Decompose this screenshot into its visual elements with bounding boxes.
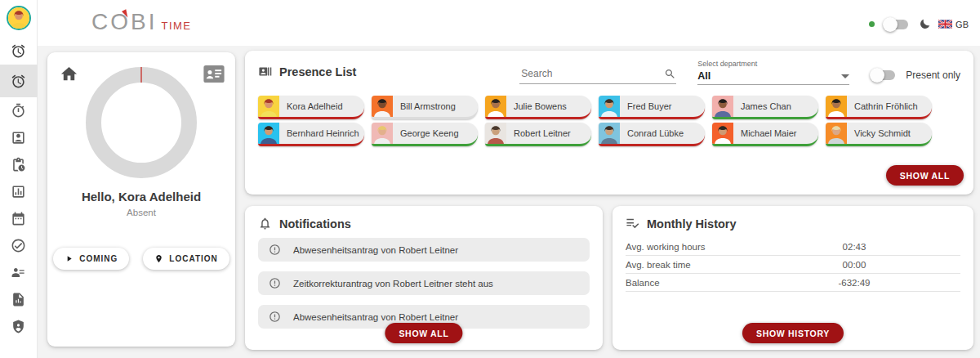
language-selector[interactable]: GB (938, 20, 969, 29)
bell-icon (258, 217, 272, 230)
profile-greeting: Hello, Kora Adelheid (47, 190, 235, 204)
language-code: GB (956, 20, 969, 29)
show-history-button[interactable]: SHOW HISTORY (742, 323, 844, 343)
badge-icon (11, 130, 26, 145)
check-circle-icon (11, 238, 26, 253)
person-avatar (826, 96, 847, 117)
person-name: Julie Bowens (506, 96, 567, 117)
history-row-value: 02:43 (805, 242, 903, 252)
sidebar-item-admin[interactable] (0, 313, 38, 340)
history-row-label: Avg. break time (626, 260, 805, 270)
chevron-down-icon (841, 74, 849, 78)
presence-show-all-button[interactable]: SHOW ALL (886, 165, 964, 186)
history-row-value: 00:00 (805, 260, 903, 270)
presence-person[interactable]: Julie Bowens (485, 96, 591, 119)
location-button[interactable]: LOCATION (143, 248, 229, 270)
logo-main-text: COBI (91, 9, 157, 35)
topbar: COBI TIME GB (38, 0, 980, 46)
person-avatar (712, 123, 733, 144)
person-name: Michael Maier (733, 123, 796, 144)
presence-grid: Kora AdelheidBill ArmstrongJulie BowensF… (245, 85, 973, 150)
sidebar-item-calendar[interactable] (0, 205, 38, 232)
person-name: James Chan (733, 96, 791, 117)
sidebar-item-presence[interactable] (0, 65, 38, 97)
calendar-icon (11, 211, 26, 226)
presence-person[interactable]: Robert Leitner (485, 123, 591, 146)
presence-person[interactable]: Michael Maier (712, 123, 818, 146)
sidebar-item-team[interactable] (0, 259, 38, 286)
history-row: Avg. working hours02:43 (626, 238, 960, 256)
play-icon (65, 254, 74, 263)
monthly-history-title: Monthly History (612, 206, 973, 238)
person-avatar (258, 96, 279, 117)
presence-person[interactable]: Kora Adelheid (258, 96, 364, 119)
home-icon (60, 65, 78, 83)
notification-text: Zeitkorrekturantrag von Robert Leitner s… (293, 279, 493, 289)
department-select-value: All (697, 70, 710, 82)
alert-icon (269, 277, 281, 289)
profile-card: Hello, Kora Adelheid Absent COMING LOCAT… (47, 52, 235, 347)
person-name: Kora Adelheid (279, 96, 343, 117)
notifications-list: Abwesenheitsantrag von Robert LeitnerZei… (245, 238, 603, 329)
person-avatar (485, 123, 506, 144)
home-button[interactable] (60, 65, 78, 87)
person-name: Bernhard Heinrich (279, 123, 359, 144)
online-status-dot (869, 21, 875, 27)
notifications-card: Notifications Abwesenheitsantrag von Rob… (245, 206, 603, 350)
sidebar-item-time-tracking[interactable] (0, 38, 38, 65)
presence-person[interactable]: Cathrin Fröhlich (826, 96, 932, 119)
profile-actions: COMING LOCATION (47, 248, 235, 270)
presence-person[interactable]: Bill Armstrong (372, 96, 478, 119)
history-row-value: -632:49 (805, 278, 903, 288)
present-only-toggle-knob (870, 68, 884, 83)
notifications-show-all-button[interactable]: SHOW ALL (385, 323, 462, 343)
coming-button-label: COMING (79, 254, 118, 263)
presence-person[interactable]: James Chan (712, 96, 818, 119)
sidebar-item-documents[interactable] (0, 286, 38, 313)
presence-title: Presence List (258, 65, 356, 78)
app-logo: COBI TIME (91, 9, 192, 35)
person-avatar (372, 123, 393, 144)
sidebar-item-reports[interactable] (0, 178, 38, 205)
notification-text: Abwesenheitsantrag von Robert Leitner (293, 245, 458, 255)
presence-list-card: Presence List Select department All Pres… (245, 51, 973, 195)
shield-person-icon (11, 319, 26, 334)
notification-item[interactable]: Abwesenheitsantrag von Robert Leitner (258, 238, 590, 262)
coming-button[interactable]: COMING (53, 248, 129, 270)
theme-toggle[interactable] (885, 20, 908, 29)
history-row-label: Balance (626, 278, 805, 288)
notifications-title: Notifications (245, 206, 603, 238)
sidebar-item-approvals[interactable] (0, 232, 38, 259)
history-row: Avg. break time00:00 (626, 256, 960, 274)
presence-person[interactable]: Conrad Lübke (599, 123, 705, 146)
topbar-right: GB (869, 18, 969, 30)
presence-person[interactable]: George Keeng (372, 123, 478, 146)
presence-person[interactable]: Bernhard Heinrich (258, 123, 364, 146)
person-avatar (599, 123, 620, 144)
user-avatar[interactable] (7, 6, 31, 30)
search-input[interactable] (519, 67, 664, 80)
presence-person[interactable]: Fred Buyer (599, 96, 705, 119)
person-avatar (372, 96, 393, 117)
present-only-toggle[interactable] (872, 70, 895, 80)
sidebar-item-contacts[interactable] (0, 124, 38, 151)
sidebar-nav (0, 38, 38, 340)
location-pin-icon (154, 254, 163, 263)
sidebar-item-timer[interactable] (0, 97, 38, 124)
person-avatar (599, 96, 620, 117)
alert-icon (269, 244, 281, 256)
location-button-label: LOCATION (169, 254, 217, 263)
presence-person[interactable]: Vicky Schmidt (826, 123, 932, 146)
present-only-label: Present only (906, 69, 960, 81)
contact-card-button[interactable] (203, 65, 225, 86)
doc-chart2-icon (11, 292, 26, 307)
history-row: Balance-632:49 (626, 274, 960, 292)
notification-item[interactable]: Zeitkorrekturantrag von Robert Leitner s… (258, 271, 590, 295)
history-row-label: Avg. working hours (626, 242, 805, 252)
clipboard-clock-icon (11, 157, 26, 172)
department-select[interactable]: Select department All (697, 60, 849, 85)
person-name: Fred Buyer (620, 96, 671, 117)
sidebar-item-schedule[interactable] (0, 151, 38, 178)
monthly-history-title-label: Monthly History (647, 217, 737, 230)
presence-title-label: Presence List (279, 65, 356, 78)
